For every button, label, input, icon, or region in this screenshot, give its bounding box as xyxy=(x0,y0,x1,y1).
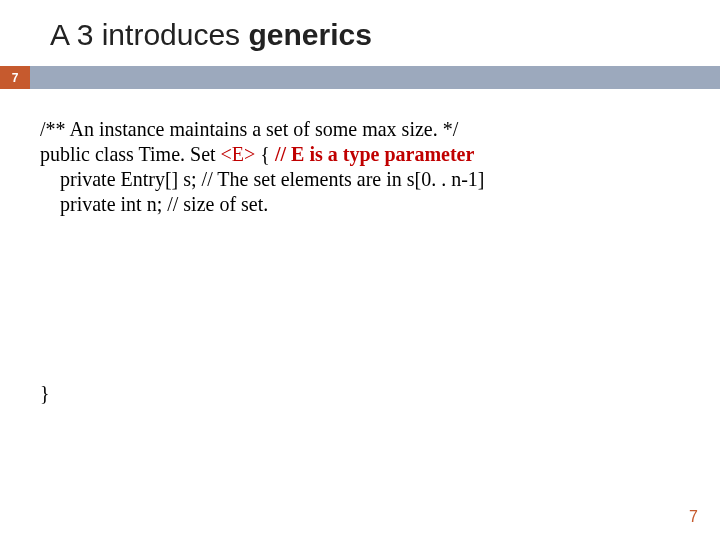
code-line-2: public class Time. Set <E> { // E is a t… xyxy=(40,142,680,167)
code-line-2a: public class Time. Set xyxy=(40,143,221,165)
code-close-brace: } xyxy=(0,217,720,405)
footer-page-number: 7 xyxy=(689,508,698,526)
code-line-2-brace: { xyxy=(260,143,275,165)
title-bold: generics xyxy=(248,18,371,51)
code-line-2-comment: // E is a type parameter xyxy=(275,143,474,165)
title-prefix: A 3 introduces xyxy=(50,18,248,51)
header-bar-fill xyxy=(30,66,720,89)
slide: A 3 introduces generics 7 /** An instanc… xyxy=(0,0,720,540)
slide-title: A 3 introduces generics xyxy=(0,0,720,66)
code-generic-param: <E> xyxy=(221,143,261,165)
code-block: /** An instance maintains a set of some … xyxy=(0,89,720,217)
slide-number-badge: 7 xyxy=(0,66,30,89)
code-line-4: private int n; // size of set. xyxy=(40,192,680,217)
header-bar: 7 xyxy=(0,66,720,89)
code-line-1: /** An instance maintains a set of some … xyxy=(40,117,680,142)
code-line-3: private Entry[] s; // The set elements a… xyxy=(40,167,680,192)
